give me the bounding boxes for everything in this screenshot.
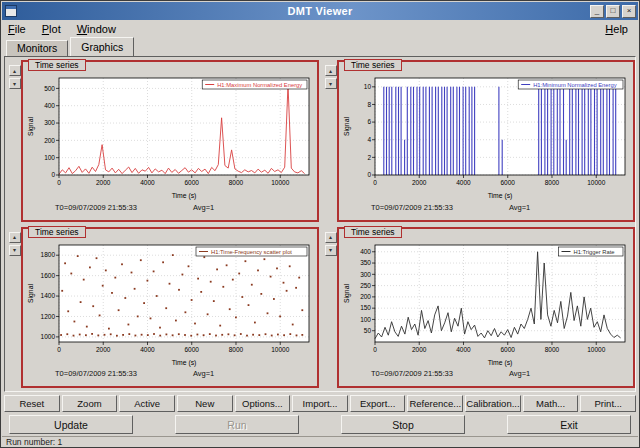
title-bar[interactable]: DMT Viewer _ □ × [2,2,638,20]
svg-text:8: 8 [367,101,371,108]
chart-caption: T0=09/07/2009 21:55:33 Avg=1 [25,368,315,380]
svg-text:2000: 2000 [412,346,427,353]
math-button[interactable]: Math... [523,395,579,412]
menu-file[interactable]: File [8,23,26,35]
avg-label: Avg=1 [193,369,214,378]
svg-text:0: 0 [373,346,377,353]
panel-tab[interactable]: Time series [344,59,402,71]
svg-text:0: 0 [57,179,61,186]
svg-text:H1:Trigger Rate: H1:Trigger Rate [574,248,615,254]
time-series-chart[interactable]: 0200040006000800010000501001502002503003… [341,238,631,368]
menu-window[interactable]: Window [77,23,116,35]
svg-text:Time (s): Time (s) [172,192,197,200]
time-series-chart[interactable]: 0200040006000800010000100012001400160018… [25,238,315,368]
minimize-button[interactable]: _ [590,5,604,18]
calibration-button[interactable]: Calibration... [465,395,521,412]
menu-plot[interactable]: Plot [42,23,61,35]
svg-text:8000: 8000 [545,179,560,186]
zoom-button[interactable]: Zoom [62,395,118,412]
time-series-panel: Time series 0200040006000800010000010020… [21,60,319,222]
reference-button[interactable]: Reference... [407,395,463,412]
svg-text:100: 100 [360,315,371,322]
plot-grid: ▴ ▾ Time series 020004000600080001000001… [8,60,632,388]
svg-text:0: 0 [373,179,377,186]
svg-text:10: 10 [364,83,372,90]
panel-tab[interactable]: Time series [28,59,86,71]
new-button[interactable]: New [177,395,233,412]
plot-cell: ▴ ▾ Time series 020004000600080001000002… [324,60,635,222]
svg-text:Time (s): Time (s) [488,192,513,200]
time-series-panel: Time series 0200040006000800010000501001… [337,227,635,389]
options-button[interactable]: Options... [235,395,291,412]
update-button[interactable]: Update [9,415,133,434]
maximize-button[interactable]: □ [606,5,620,18]
svg-text:Signal: Signal [343,283,351,302]
panel-down-button[interactable]: ▾ [9,245,21,256]
panel-down-button[interactable]: ▾ [9,78,21,89]
svg-text:1400: 1400 [41,292,56,299]
panel-down-button[interactable]: ▾ [325,78,337,89]
svg-text:0: 0 [57,346,61,353]
panel-arrow-strip: ▴ ▾ [324,60,337,222]
svg-text:4: 4 [367,136,371,143]
time-series-chart[interactable]: 02000400060008000100000246810Time (s)Sig… [341,71,631,201]
tab-graphics[interactable]: Graphics [70,37,134,56]
panel-arrow-strip: ▴ ▾ [8,60,21,222]
active-button[interactable]: Active [119,395,175,412]
svg-text:2000: 2000 [96,179,111,186]
svg-text:4000: 4000 [456,346,471,353]
svg-text:50: 50 [364,326,372,333]
print-button[interactable]: Print... [580,395,636,412]
dmt-viewer-window: DMT Viewer _ □ × File Plot Window Help M… [0,0,640,448]
panel-up-button[interactable]: ▴ [9,65,21,76]
stop-button[interactable]: Stop [341,415,465,434]
exit-button[interactable]: Exit [507,415,631,434]
tab-bar: Monitors Graphics [4,37,636,56]
svg-text:100: 100 [44,154,55,161]
time-series-chart[interactable]: 02000400060008000100000100200300400500Ti… [25,71,315,201]
avg-label: Avg=1 [509,203,530,212]
svg-text:4000: 4000 [456,179,471,186]
panel-arrow-strip: ▴ ▾ [324,227,337,389]
svg-text:6: 6 [367,118,371,125]
panel-arrow-strip: ▴ ▾ [8,227,21,389]
svg-text:H1:Time-Frequency scatter plot: H1:Time-Frequency scatter plot [211,248,292,254]
t0-label: T0=09/07/2009 21:55:33 [55,203,137,212]
panel-up-button[interactable]: ▴ [325,232,337,243]
status-bar: Run number: 1 [2,436,638,447]
panel-up-button[interactable]: ▴ [9,232,21,243]
svg-text:400: 400 [360,247,371,254]
svg-text:300: 300 [360,270,371,277]
svg-text:H1:Minimum Normalized Energy: H1:Minimum Normalized Energy [533,82,617,88]
time-series-panel: Time series 0200040006000800010000100012… [21,227,319,389]
menu-help[interactable]: Help [605,23,628,35]
svg-text:0: 0 [367,171,371,178]
svg-text:400: 400 [44,102,55,109]
tab-monitors[interactable]: Monitors [6,40,68,56]
import-button[interactable]: Import... [292,395,348,412]
panel-down-button[interactable]: ▾ [325,245,337,256]
svg-text:10000: 10000 [271,179,289,186]
svg-text:1000: 1000 [41,333,56,340]
chart-caption: T0=09/07/2009 21:55:33 Avg=1 [341,368,631,380]
svg-text:6000: 6000 [501,179,516,186]
panel-tab[interactable]: Time series [28,226,86,238]
panel-tab[interactable]: Time series [344,226,402,238]
window-title: DMT Viewer [2,5,638,17]
svg-text:150: 150 [360,304,371,311]
svg-text:8000: 8000 [229,346,244,353]
t0-label: T0=09/07/2009 21:55:33 [371,203,453,212]
panel-up-button[interactable]: ▴ [325,65,337,76]
svg-text:300: 300 [44,119,55,126]
t0-label: T0=09/07/2009 21:55:33 [371,369,453,378]
close-button[interactable]: × [622,5,636,18]
avg-label: Avg=1 [193,203,214,212]
window-controls: _ □ × [590,5,636,18]
export-button[interactable]: Export... [350,395,406,412]
svg-text:4000: 4000 [140,346,155,353]
t0-label: T0=09/07/2009 21:55:33 [55,369,137,378]
svg-text:200: 200 [44,137,55,144]
svg-text:1200: 1200 [41,312,56,319]
reset-button[interactable]: Reset [4,395,60,412]
chart-caption: T0=09/07/2009 21:55:33 Avg=1 [341,201,631,213]
